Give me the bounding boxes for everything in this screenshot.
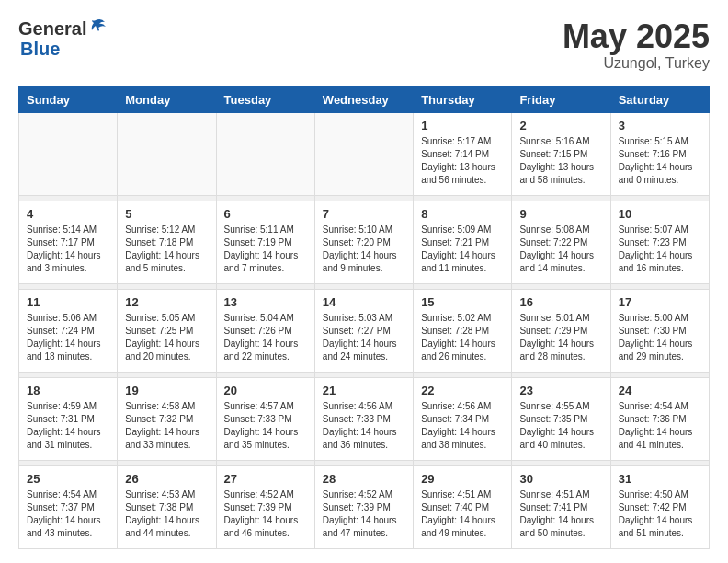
- day-info: Sunrise: 5:14 AMSunset: 7:17 PMDaylight:…: [27, 224, 109, 275]
- day-number: 7: [323, 207, 405, 221]
- day-number: 21: [323, 384, 405, 397]
- day-info: Sunrise: 5:16 AMSunset: 7:15 PMDaylight:…: [519, 135, 602, 187]
- day-info: Sunrise: 5:02 AMSunset: 7:28 PMDaylight:…: [421, 312, 504, 363]
- calendar-day-cell: 23Sunrise: 4:55 AMSunset: 7:35 PMDayligh…: [512, 377, 610, 460]
- month-title: May 2025: [563, 18, 710, 55]
- calendar-day-cell: 18Sunrise: 4:59 AMSunset: 7:31 PMDayligh…: [19, 377, 118, 460]
- weekday-header: Tuesday: [216, 86, 314, 112]
- calendar-day-cell: 19Sunrise: 4:58 AMSunset: 7:32 PMDayligh…: [118, 377, 216, 460]
- day-info: Sunrise: 4:51 AMSunset: 7:41 PMDaylight:…: [519, 488, 602, 540]
- day-number: 6: [224, 207, 307, 221]
- day-number: 22: [421, 384, 504, 397]
- day-info: Sunrise: 4:52 AMSunset: 7:39 PMDaylight:…: [224, 488, 307, 540]
- calendar-day-cell: 11Sunrise: 5:06 AMSunset: 7:24 PMDayligh…: [19, 289, 118, 372]
- calendar-day-cell: 4Sunrise: 5:14 AMSunset: 7:17 PMDaylight…: [19, 201, 118, 283]
- day-info: Sunrise: 5:08 AMSunset: 7:22 PMDaylight:…: [519, 224, 602, 275]
- day-info: Sunrise: 4:54 AMSunset: 7:37 PMDaylight:…: [27, 488, 109, 540]
- day-info: Sunrise: 5:01 AMSunset: 7:29 PMDaylight:…: [519, 312, 602, 363]
- calendar-week-row: 1Sunrise: 5:17 AMSunset: 7:14 PMDaylight…: [19, 112, 710, 195]
- day-number: 20: [224, 384, 307, 397]
- location: Uzungol, Turkey: [563, 55, 710, 72]
- weekday-header: Friday: [512, 86, 610, 112]
- day-number: 19: [125, 384, 208, 397]
- calendar-day-cell: 30Sunrise: 4:51 AMSunset: 7:41 PMDayligh…: [512, 465, 610, 548]
- day-info: Sunrise: 5:09 AMSunset: 7:21 PMDaylight:…: [421, 224, 504, 275]
- day-info: Sunrise: 4:53 AMSunset: 7:38 PMDaylight:…: [125, 488, 208, 540]
- calendar-day-cell: 24Sunrise: 4:54 AMSunset: 7:36 PMDayligh…: [610, 377, 709, 460]
- weekday-header: Thursday: [414, 86, 512, 112]
- day-info: Sunrise: 4:59 AMSunset: 7:31 PMDaylight:…: [27, 400, 109, 452]
- day-number: 30: [519, 472, 602, 486]
- day-info: Sunrise: 5:04 AMSunset: 7:26 PMDaylight:…: [224, 312, 307, 363]
- calendar-day-cell: 7Sunrise: 5:10 AMSunset: 7:20 PMDaylight…: [314, 201, 413, 283]
- calendar-day-cell: 25Sunrise: 4:54 AMSunset: 7:37 PMDayligh…: [19, 465, 118, 548]
- day-number: 5: [125, 207, 208, 221]
- calendar-day-cell: [314, 112, 413, 195]
- day-number: 2: [519, 119, 602, 132]
- day-number: 14: [323, 295, 405, 309]
- page-header: General Blue May 2025 Uzungol, Turkey: [18, 18, 710, 72]
- day-info: Sunrise: 5:17 AMSunset: 7:14 PMDaylight:…: [421, 135, 504, 187]
- calendar-day-cell: 6Sunrise: 5:11 AMSunset: 7:19 PMDaylight…: [216, 201, 314, 283]
- day-number: 10: [619, 207, 701, 221]
- calendar-header-row: SundayMondayTuesdayWednesdayThursdayFrid…: [19, 86, 710, 112]
- day-number: 18: [27, 384, 109, 397]
- logo-general: General: [18, 18, 86, 39]
- day-number: 1: [421, 119, 504, 132]
- calendar-day-cell: 14Sunrise: 5:03 AMSunset: 7:27 PMDayligh…: [314, 289, 413, 372]
- calendar-day-cell: 29Sunrise: 4:51 AMSunset: 7:40 PMDayligh…: [414, 465, 512, 548]
- day-info: Sunrise: 4:54 AMSunset: 7:36 PMDaylight:…: [619, 400, 701, 452]
- day-info: Sunrise: 4:51 AMSunset: 7:40 PMDaylight:…: [421, 488, 504, 540]
- day-number: 9: [519, 207, 602, 221]
- calendar-day-cell: 2Sunrise: 5:16 AMSunset: 7:15 PMDaylight…: [512, 112, 610, 195]
- day-number: 17: [619, 295, 701, 309]
- calendar-day-cell: 28Sunrise: 4:52 AMSunset: 7:39 PMDayligh…: [314, 465, 413, 548]
- calendar-day-cell: 17Sunrise: 5:00 AMSunset: 7:30 PMDayligh…: [610, 289, 709, 372]
- weekday-header: Saturday: [610, 86, 709, 112]
- calendar-day-cell: 3Sunrise: 5:15 AMSunset: 7:16 PMDaylight…: [610, 112, 709, 195]
- calendar-table: SundayMondayTuesdayWednesdayThursdayFrid…: [18, 86, 710, 549]
- calendar-day-cell: 13Sunrise: 5:04 AMSunset: 7:26 PMDayligh…: [216, 289, 314, 372]
- weekday-header: Monday: [118, 86, 216, 112]
- day-number: 24: [619, 384, 701, 397]
- logo-bird-icon: [88, 17, 108, 37]
- day-info: Sunrise: 5:11 AMSunset: 7:19 PMDaylight:…: [224, 224, 307, 275]
- calendar-day-cell: 12Sunrise: 5:05 AMSunset: 7:25 PMDayligh…: [118, 289, 216, 372]
- calendar-week-row: 18Sunrise: 4:59 AMSunset: 7:31 PMDayligh…: [19, 377, 710, 460]
- logo-blue: Blue: [20, 39, 108, 59]
- day-info: Sunrise: 4:55 AMSunset: 7:35 PMDaylight:…: [519, 400, 602, 452]
- calendar-week-row: 25Sunrise: 4:54 AMSunset: 7:37 PMDayligh…: [19, 465, 710, 548]
- calendar-week-row: 4Sunrise: 5:14 AMSunset: 7:17 PMDaylight…: [19, 201, 710, 283]
- day-number: 8: [421, 207, 504, 221]
- day-number: 11: [27, 295, 109, 309]
- calendar-day-cell: 5Sunrise: 5:12 AMSunset: 7:18 PMDaylight…: [118, 201, 216, 283]
- day-info: Sunrise: 5:12 AMSunset: 7:18 PMDaylight:…: [125, 224, 208, 275]
- weekday-header: Wednesday: [314, 86, 413, 112]
- calendar-day-cell: 31Sunrise: 4:50 AMSunset: 7:42 PMDayligh…: [610, 465, 709, 548]
- day-info: Sunrise: 4:52 AMSunset: 7:39 PMDaylight:…: [323, 488, 405, 540]
- day-info: Sunrise: 5:06 AMSunset: 7:24 PMDaylight:…: [27, 312, 109, 363]
- day-number: 23: [519, 384, 602, 397]
- calendar-day-cell: [118, 112, 216, 195]
- calendar-week-row: 11Sunrise: 5:06 AMSunset: 7:24 PMDayligh…: [19, 289, 710, 372]
- day-number: 26: [125, 472, 208, 486]
- day-number: 27: [224, 472, 307, 486]
- calendar-day-cell: 1Sunrise: 5:17 AMSunset: 7:14 PMDaylight…: [414, 112, 512, 195]
- day-info: Sunrise: 4:58 AMSunset: 7:32 PMDaylight:…: [125, 400, 208, 452]
- day-info: Sunrise: 5:10 AMSunset: 7:20 PMDaylight:…: [323, 224, 405, 275]
- day-number: 31: [619, 472, 701, 486]
- calendar-day-cell: 27Sunrise: 4:52 AMSunset: 7:39 PMDayligh…: [216, 465, 314, 548]
- weekday-header: Sunday: [19, 86, 118, 112]
- day-number: 12: [125, 295, 208, 309]
- calendar-day-cell: 22Sunrise: 4:56 AMSunset: 7:34 PMDayligh…: [414, 377, 512, 460]
- day-info: Sunrise: 5:15 AMSunset: 7:16 PMDaylight:…: [619, 135, 701, 187]
- calendar-day-cell: 20Sunrise: 4:57 AMSunset: 7:33 PMDayligh…: [216, 377, 314, 460]
- day-info: Sunrise: 5:00 AMSunset: 7:30 PMDaylight:…: [619, 312, 701, 363]
- title-section: May 2025 Uzungol, Turkey: [563, 18, 710, 72]
- day-info: Sunrise: 4:50 AMSunset: 7:42 PMDaylight:…: [619, 488, 701, 540]
- calendar-day-cell: 16Sunrise: 5:01 AMSunset: 7:29 PMDayligh…: [512, 289, 610, 372]
- day-number: 3: [619, 119, 701, 132]
- day-info: Sunrise: 5:05 AMSunset: 7:25 PMDaylight:…: [125, 312, 208, 363]
- day-info: Sunrise: 5:07 AMSunset: 7:23 PMDaylight:…: [619, 224, 701, 275]
- day-number: 15: [421, 295, 504, 309]
